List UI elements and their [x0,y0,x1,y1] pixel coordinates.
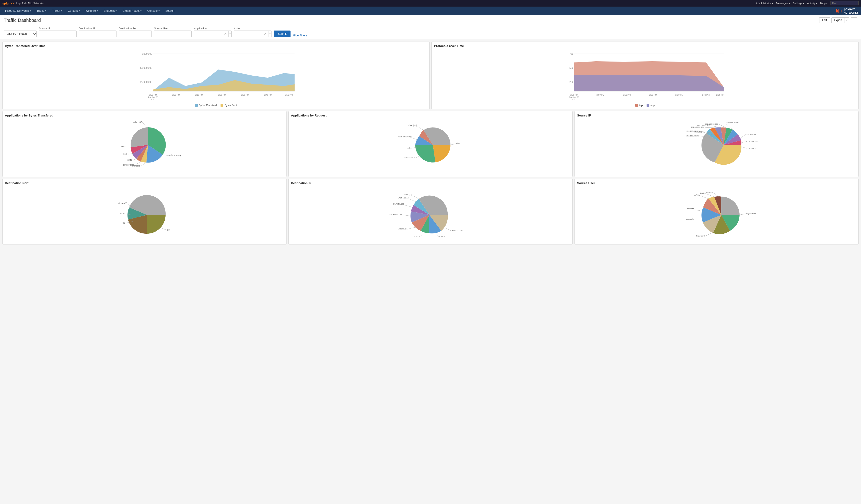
action-dropdown-button[interactable]: ▾ [268,30,272,37]
nav-endpoint[interactable]: Endpoint ▾ [101,6,120,15]
svg-text:2:50 PM: 2:50 PM [285,94,293,96]
dest-ip-filter-group: Destination IP [79,27,117,37]
application-clear-button[interactable]: ✕ [224,32,227,36]
svg-text:1:50 PM: 1:50 PM [570,94,578,96]
more-button[interactable]: ... [851,17,857,23]
nav-palo-alto[interactable]: Palo Alto Networks ▾ [2,6,34,15]
dest-ip-input[interactable] [79,30,117,37]
svg-line-75 [719,124,726,128]
nav-wildfire[interactable]: WildFire ▾ [83,6,101,15]
help-link[interactable]: Help ▾ [820,2,828,5]
panel-source-ip: Source IP [574,111,859,177]
bytes-sent-legend: Bytes Sent [220,104,237,107]
action-label: Action [234,27,272,30]
svg-text:tng\picard: tng\picard [696,235,705,237]
export-dropdown-button[interactable]: ▾ [845,18,849,23]
panel-dest-port: Destination Port other (47) 443 [2,179,287,245]
filter-bar: Last 60 minutes Last 15 minutes Last 24 … [0,25,861,39]
messages-link[interactable]: Messages ▾ [776,2,790,5]
dest-port-input[interactable] [119,30,152,37]
row-charts: Bytes Transfered Over Time 75,000,000 50… [2,42,859,109]
svg-line-105 [435,233,439,236]
nav-search[interactable]: Search [163,6,177,15]
top-bar: splunk> App: Palo Alto Networks Administ… [0,0,861,6]
svg-text:2:20 PM: 2:20 PM [218,94,226,96]
protocols-legend: tcp udp [434,104,856,107]
svg-rect-3 [839,9,840,12]
svg-text:192.168.0.3: 192.168.0.3 [748,140,758,142]
row-pie-1: Applications by Bytes Transfered [2,111,859,177]
action-clear-button[interactable]: ✕ [264,32,267,36]
page-header: Traffic Dashboard Edit Export ▾ ... [0,15,861,25]
svg-line-79 [741,134,746,138]
svg-text:sourceforge: sourceforge [123,164,134,166]
svg-text:8.8.8.8: 8.8.8.8 [439,235,445,237]
svg-text:500: 500 [570,67,574,69]
activity-link[interactable]: Activity ▾ [807,2,817,5]
svg-text:192.168.0.1: 192.168.0.1 [398,228,408,230]
source-ip-input[interactable] [39,30,77,37]
udp-label: udp [651,104,655,107]
svg-text:250: 250 [570,81,574,83]
panel-source-user: Source User [574,179,859,245]
application-filter-group: Application ✕ ▾ [194,27,232,37]
svg-line-83 [741,147,747,148]
hide-filters-button[interactable]: Hide Filters [293,34,307,37]
bytes-received-color [195,104,198,107]
svg-line-91 [161,228,167,230]
svg-text:2017: 2017 [151,98,155,101]
svg-line-121 [740,214,746,215]
svg-text:80: 80 [123,222,125,224]
administrator-link[interactable]: Administrator ▾ [756,2,774,5]
tcp-legend: tcp [635,104,643,107]
svg-text:dns: dns [456,142,460,145]
svg-text:2:40 PM: 2:40 PM [264,94,272,96]
svg-rect-4 [841,10,842,12]
header-buttons: Edit Export ▾ ... [819,17,857,23]
submit-button[interactable]: Submit [274,30,290,37]
export-button[interactable]: Export [832,18,845,23]
nav-content[interactable]: Content ▾ [65,6,83,15]
panel-apps-by-bytes: Applications by Bytes Transfered [2,111,287,177]
dest-port-title: Destination Port [5,181,284,185]
svg-text:53: 53 [167,229,169,231]
svg-line-41 [143,123,148,127]
svg-text:50,000,000: 50,000,000 [140,67,152,69]
svg-line-93 [413,196,419,199]
svg-text:unknown: unknown [687,208,694,210]
nav-console[interactable]: Console ▾ [145,6,163,15]
action-filter-group: Action ✕ ▾ [234,27,272,37]
bytes-received-legend: Bytes Received [195,104,217,107]
svg-text:2017: 2017 [572,98,576,101]
nav-threat[interactable]: Threat ▾ [49,6,65,15]
nav-bar-logo: paloaltoNETWORKS [836,7,859,14]
app-label: App: Palo Alto Networks [16,2,44,5]
svg-line-63 [450,144,456,145]
settings-link[interactable]: Settings ▾ [793,2,804,5]
svg-text:192.168.0.100: 192.168.0.100 [726,122,739,124]
edit-button[interactable]: Edit [819,17,830,23]
panel-protocols-over-time: Protocols Over Time 750 500 250 1:50 PM … [432,42,859,109]
svg-text:192.168.0.2: 192.168.0.2 [748,147,758,149]
panel-apps-by-request: Applications by Request other [288,111,573,177]
time-select[interactable]: Last 60 minutes Last 15 minutes Last 24 … [4,30,37,37]
svg-text:skype-probe: skype-probe [404,156,415,159]
source-user-label: Source User [154,27,192,30]
svg-text:counselor: counselor [686,218,694,220]
source-user-input[interactable] [154,30,192,37]
svg-text:750: 750 [570,53,574,55]
svg-line-81 [742,141,747,142]
apps-by-bytes-chart: other (42) pandora sourceforge smtp flas… [105,119,184,171]
svg-text:2:20 PM: 2:20 PM [649,94,657,96]
application-dropdown-button[interactable]: ▾ [228,30,232,37]
svg-text:2:30 PM: 2:30 PM [241,94,249,96]
nav-traffic[interactable]: Traffic ▾ [34,6,49,15]
nav-globalprotect[interactable]: GlobalProtect ▾ [120,6,145,15]
application-label: Application [194,27,232,30]
svg-text:Tue Apr 25: Tue Apr 25 [148,96,158,98]
protocols-over-time-title: Protocols Over Time [434,44,856,48]
nav-bar: Palo Alto Networks ▾ Traffic ▾ Threat ▾ … [0,6,861,15]
svg-rect-0 [836,9,837,12]
find-input[interactable] [831,1,859,5]
paloalto-logo-text: paloaltoNETWORKS [844,7,859,14]
